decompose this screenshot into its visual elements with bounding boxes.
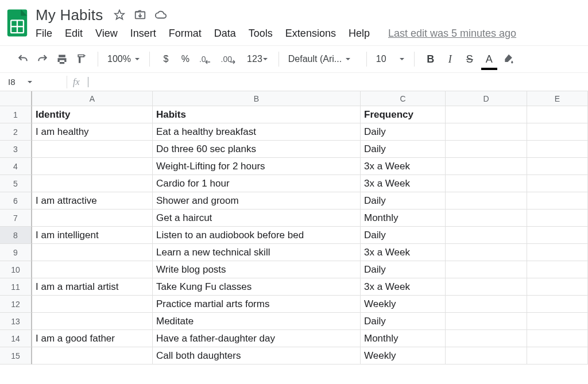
decrease-decimal-button[interactable]: .0 bbox=[198, 51, 214, 68]
cell-D2[interactable] bbox=[446, 123, 527, 141]
row-header-3[interactable]: 3 bbox=[0, 141, 32, 158]
menu-tools[interactable]: Tools bbox=[249, 28, 273, 40]
cell-E14[interactable] bbox=[527, 330, 588, 347]
cell-B8[interactable]: Listen to an audiobook before bed bbox=[153, 227, 361, 244]
cell-B5[interactable]: Cardio for 1 hour bbox=[153, 175, 361, 192]
select-all-corner[interactable] bbox=[0, 91, 32, 106]
row-header-15[interactable]: 15 bbox=[0, 347, 32, 364]
cell-A15[interactable] bbox=[32, 347, 153, 364]
cell-D5[interactable] bbox=[446, 175, 527, 192]
cell-B11[interactable]: Take Kung Fu classes bbox=[153, 278, 361, 296]
cell-C11[interactable]: 3x a Week bbox=[361, 278, 446, 296]
increase-decimal-button[interactable]: .00 bbox=[220, 51, 240, 68]
row-header-6[interactable]: 6 bbox=[0, 192, 32, 210]
cell-C13[interactable]: Daily bbox=[361, 313, 446, 330]
format-percent-button[interactable]: % bbox=[179, 51, 192, 68]
menu-view[interactable]: View bbox=[95, 28, 118, 40]
row-header-13[interactable]: 13 bbox=[0, 313, 32, 330]
last-edit-link[interactable]: Last edit was 5 minutes ago bbox=[388, 28, 516, 40]
spreadsheet-grid[interactable]: ABCDE1IdentityHabitsFrequency2I am healt… bbox=[0, 91, 588, 364]
row-header-1[interactable]: 1 bbox=[0, 106, 32, 123]
zoom-dropdown[interactable]: 100% bbox=[102, 54, 146, 64]
move-icon[interactable] bbox=[134, 9, 146, 21]
cell-C5[interactable]: 3x a Week bbox=[361, 175, 446, 192]
cell-E10[interactable] bbox=[527, 261, 588, 278]
cell-D1[interactable] bbox=[446, 106, 527, 123]
column-header-E[interactable]: E bbox=[527, 91, 588, 106]
menu-file[interactable]: File bbox=[36, 28, 52, 40]
cell-E13[interactable] bbox=[527, 313, 588, 330]
column-header-D[interactable]: D bbox=[446, 91, 527, 106]
bold-button[interactable]: B bbox=[424, 51, 438, 68]
cell-A14[interactable]: I am a good father bbox=[32, 330, 153, 347]
cell-B9[interactable]: Learn a new technical skill bbox=[153, 244, 361, 261]
sheets-logo[interactable] bbox=[5, 5, 30, 38]
row-header-2[interactable]: 2 bbox=[0, 123, 32, 141]
cell-B7[interactable]: Get a haircut bbox=[153, 210, 361, 227]
column-header-A[interactable]: A bbox=[32, 91, 153, 106]
cell-E9[interactable] bbox=[527, 244, 588, 261]
name-box[interactable]: I8 bbox=[0, 77, 63, 87]
cell-A13[interactable] bbox=[32, 313, 153, 330]
cell-D11[interactable] bbox=[446, 278, 527, 296]
cell-C14[interactable]: Monthly bbox=[361, 330, 446, 347]
cell-B14[interactable]: Have a father-daughter day bbox=[153, 330, 361, 347]
cell-A10[interactable] bbox=[32, 261, 153, 278]
cell-B1[interactable]: Habits bbox=[153, 106, 361, 123]
cell-C6[interactable]: Daily bbox=[361, 192, 446, 210]
text-color-button[interactable]: A bbox=[482, 51, 496, 68]
cell-E4[interactable] bbox=[527, 158, 588, 175]
cell-D13[interactable] bbox=[446, 313, 527, 330]
cell-C15[interactable]: Weekly bbox=[361, 347, 446, 364]
cell-E12[interactable] bbox=[527, 296, 588, 313]
cell-B10[interactable]: Write blog posts bbox=[153, 261, 361, 278]
cell-A11[interactable]: I am a martial artist bbox=[32, 278, 153, 296]
cell-B13[interactable]: Meditate bbox=[153, 313, 361, 330]
menu-help[interactable]: Help bbox=[349, 28, 370, 40]
cell-C1[interactable]: Frequency bbox=[361, 106, 446, 123]
cell-A7[interactable] bbox=[32, 210, 153, 227]
cell-C10[interactable]: Daily bbox=[361, 261, 446, 278]
cell-A5[interactable] bbox=[32, 175, 153, 192]
cloud-status-icon[interactable] bbox=[154, 9, 167, 21]
row-header-7[interactable]: 7 bbox=[0, 210, 32, 227]
italic-button[interactable]: I bbox=[443, 51, 457, 68]
row-header-14[interactable]: 14 bbox=[0, 330, 32, 347]
cell-B2[interactable]: Eat a healthy breakfast bbox=[153, 123, 361, 141]
cell-A6[interactable]: I am attractive bbox=[32, 192, 153, 210]
redo-button[interactable] bbox=[36, 51, 49, 68]
row-header-10[interactable]: 10 bbox=[0, 261, 32, 278]
cell-D7[interactable] bbox=[446, 210, 527, 227]
cell-C12[interactable]: Weekly bbox=[361, 296, 446, 313]
format-currency-button[interactable]: $ bbox=[159, 51, 173, 68]
column-header-B[interactable]: B bbox=[153, 91, 361, 106]
cell-A3[interactable] bbox=[32, 141, 153, 158]
cell-A1[interactable]: Identity bbox=[32, 106, 153, 123]
cell-A8[interactable]: I am intelligent bbox=[32, 227, 153, 244]
row-header-4[interactable]: 4 bbox=[0, 158, 32, 175]
row-header-9[interactable]: 9 bbox=[0, 244, 32, 261]
cell-D8[interactable] bbox=[446, 227, 527, 244]
cell-D15[interactable] bbox=[446, 347, 527, 364]
strikethrough-button[interactable]: S bbox=[463, 51, 477, 68]
print-button[interactable] bbox=[55, 51, 69, 68]
cell-D10[interactable] bbox=[446, 261, 527, 278]
cell-B12[interactable]: Practice martial arts forms bbox=[153, 296, 361, 313]
cell-C4[interactable]: 3x a Week bbox=[361, 158, 446, 175]
row-header-12[interactable]: 12 bbox=[0, 296, 32, 313]
cell-C9[interactable]: 3x a Week bbox=[361, 244, 446, 261]
undo-button[interactable] bbox=[16, 51, 30, 68]
menu-format[interactable]: Format bbox=[169, 28, 202, 40]
cell-D4[interactable] bbox=[446, 158, 527, 175]
cell-B15[interactable]: Call both daughters bbox=[153, 347, 361, 364]
fill-color-button[interactable] bbox=[502, 51, 516, 68]
cell-E7[interactable] bbox=[527, 210, 588, 227]
cell-E11[interactable] bbox=[527, 278, 588, 296]
menu-edit[interactable]: Edit bbox=[65, 28, 83, 40]
cell-E2[interactable] bbox=[527, 123, 588, 141]
cell-D14[interactable] bbox=[446, 330, 527, 347]
cell-D6[interactable] bbox=[446, 192, 527, 210]
cell-A9[interactable] bbox=[32, 244, 153, 261]
cell-D9[interactable] bbox=[446, 244, 527, 261]
cell-C3[interactable]: Daily bbox=[361, 141, 446, 158]
